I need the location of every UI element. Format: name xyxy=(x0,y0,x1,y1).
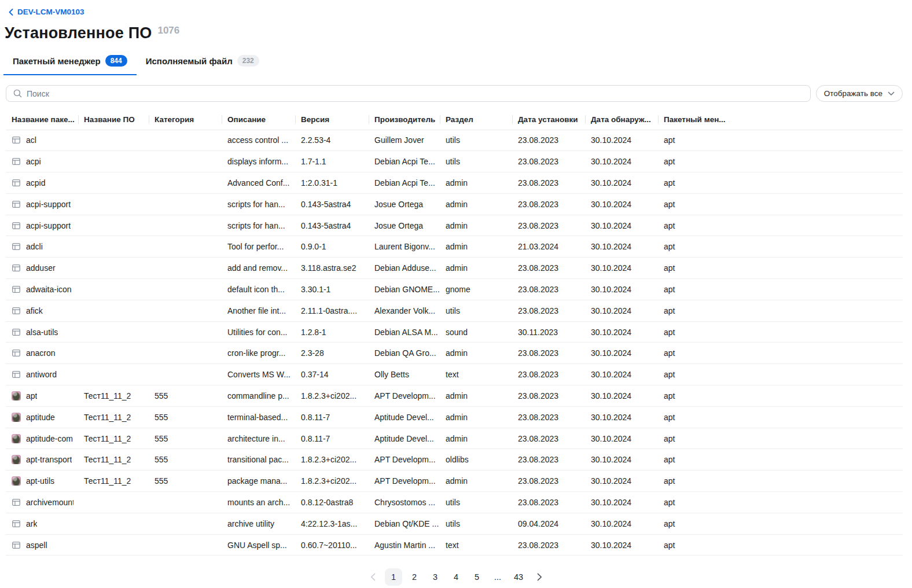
cell-category xyxy=(149,215,222,236)
window-icon xyxy=(12,263,21,273)
cell-installed: 23.08.2023 xyxy=(512,449,585,471)
package-name: archivemount xyxy=(26,498,73,507)
cell-description: package mana... xyxy=(222,471,295,492)
cell-vendor: Debian ALSA M... xyxy=(369,321,440,343)
table-row[interactable]: acpidisplays inform...1.7-1.1Debian Acpi… xyxy=(6,151,903,172)
table-row[interactable]: apt-utilsТест11_11_2555package mana...1.… xyxy=(6,471,903,492)
pagination-page-3[interactable]: 3 xyxy=(426,568,444,586)
cell-manager: apt xyxy=(658,279,903,300)
cell-version: 2.2.53-4 xyxy=(295,130,369,151)
table-row[interactable]: apt-transportТест11_11_2555transitional … xyxy=(6,449,903,471)
breadcrumb-label[interactable]: DEV-LCM-VM0103 xyxy=(17,8,84,16)
cell-vendor: Debian Adduse... xyxy=(369,258,440,279)
package-name: ark xyxy=(26,519,37,528)
table-row[interactable]: alsa-utilsUtilities for con...1.2.8-1Deb… xyxy=(6,321,903,343)
search-input[interactable] xyxy=(27,89,803,98)
table-row[interactable]: adcliTool for perfor...0.9.0-1Laurent Bi… xyxy=(6,236,903,258)
cell-category: 555 xyxy=(149,428,222,449)
table-row[interactable]: adduseradd and remov...3.118.astra.se2De… xyxy=(6,258,903,279)
search-box[interactable] xyxy=(6,85,811,102)
column-header[interactable]: Дата установки xyxy=(512,110,585,130)
cell-discovered: 30.10.2024 xyxy=(585,236,658,258)
cell-section: utils xyxy=(440,492,512,513)
cell-manager: apt xyxy=(658,513,903,534)
table-row[interactable]: aptТест11_11_2555commandline p...1.8.2.3… xyxy=(6,385,903,407)
table-row[interactable]: aspellGNU Aspell sp...0.60.7~20110...Agu… xyxy=(6,534,903,556)
pagination-prev-button[interactable] xyxy=(364,568,381,586)
package-name: apt-utils xyxy=(26,476,54,486)
column-header[interactable]: Раздел xyxy=(440,110,512,130)
cell-version: 2.11.1-0astra.... xyxy=(295,300,369,321)
cell-section: text xyxy=(440,364,512,385)
table-row[interactable]: adwaita-icondefault icon th...3.30.1-1De… xyxy=(6,279,903,300)
cell-software xyxy=(78,492,149,513)
cell-discovered: 30.10.2024 xyxy=(585,151,658,172)
cell-manager: apt xyxy=(658,534,903,556)
package-name: afick xyxy=(26,306,43,315)
cell-section: admin xyxy=(440,172,512,194)
cell-software xyxy=(78,236,149,258)
table-row[interactable]: aptitude-comТест11_11_2555architecture i… xyxy=(6,428,903,449)
search-icon xyxy=(13,89,22,98)
column-header[interactable]: Пакетный мен... xyxy=(658,110,903,130)
cell-description: Another file int... xyxy=(222,300,295,321)
table-row[interactable]: acpi-supportscripts for han...0.143-5ast… xyxy=(6,215,903,236)
installed-software-table: Название паке...Название ПОКатегорияОпис… xyxy=(6,110,903,556)
table-row[interactable]: acpi-supportscripts for han...0.143-5ast… xyxy=(6,193,903,215)
cell-vendor: Josue Ortega xyxy=(369,193,440,215)
cell-category xyxy=(149,343,222,364)
table-row[interactable]: acpidAdvanced Conf...1:2.0.31-1Debian Ac… xyxy=(6,172,903,194)
package-name: acpi-support xyxy=(26,221,71,230)
cell-software xyxy=(78,513,149,534)
tab-package-manager[interactable]: Пакетный менеджер844 xyxy=(3,52,137,75)
cell-software: Тест11_11_2 xyxy=(78,471,149,492)
cell-installed: 23.08.2023 xyxy=(512,534,585,556)
column-header[interactable]: Название ПО xyxy=(78,110,149,130)
column-header[interactable]: Версия xyxy=(295,110,369,130)
window-icon xyxy=(12,498,21,507)
cell-software xyxy=(78,321,149,343)
table-row[interactable]: afickAnother file int...2.11.1-0astra...… xyxy=(6,300,903,321)
column-header[interactable]: Описание xyxy=(222,110,295,130)
table-row[interactable]: anacroncron-like progr...2.3-28Debian QA… xyxy=(6,343,903,364)
tab-count-badge: 232 xyxy=(237,55,259,67)
package-image-icon xyxy=(12,455,21,464)
cell-description: Tool for perfor... xyxy=(222,236,295,258)
table-row[interactable]: aclaccess control ...2.2.53-4Guillem Jov… xyxy=(6,130,903,151)
pagination-page-4[interactable]: 4 xyxy=(447,568,465,586)
column-header[interactable]: Название паке... xyxy=(6,110,78,130)
table-row[interactable]: antiwordConverts MS W...0.37-14Olly Bett… xyxy=(6,364,903,385)
pagination-next-button[interactable] xyxy=(531,568,548,586)
cell-manager: apt xyxy=(658,492,903,513)
cell-vendor: Laurent Bigonv... xyxy=(369,236,440,258)
cell-manager: apt xyxy=(658,406,903,428)
table-row[interactable]: arkarchive utility4:22.12.3-1as...Debian… xyxy=(6,513,903,534)
column-header[interactable]: Производитель xyxy=(369,110,440,130)
tab-executable-file[interactable]: Исполняемый файл232 xyxy=(137,52,269,75)
breadcrumb[interactable]: DEV-LCM-VM0103 xyxy=(0,0,84,16)
package-name: aptitude xyxy=(26,413,55,422)
cell-installed: 23.08.2023 xyxy=(512,193,585,215)
window-icon xyxy=(12,157,21,166)
pagination-page-5[interactable]: 5 xyxy=(468,568,486,586)
cell-description: transitional pac... xyxy=(222,449,295,471)
table-row[interactable]: aptitudeТест11_11_2555terminal-based...0… xyxy=(6,406,903,428)
column-header[interactable]: Дата обнаруж... xyxy=(585,110,658,130)
cell-vendor: Chrysostomos ... xyxy=(369,492,440,513)
column-header[interactable]: Категория xyxy=(149,110,222,130)
cell-version: 3.118.astra.se2 xyxy=(295,258,369,279)
chevron-right-icon xyxy=(537,573,542,581)
pagination-page-2[interactable]: 2 xyxy=(406,568,423,586)
pagination-page-43[interactable]: 43 xyxy=(510,568,527,586)
cell-installed: 23.08.2023 xyxy=(512,172,585,194)
pagination-page-1[interactable]: 1 xyxy=(385,568,402,586)
cell-version: 4:22.12.3-1as... xyxy=(295,513,369,534)
table-row[interactable]: archivemountmounts an arch...0.8.12-0ast… xyxy=(6,492,903,513)
cell-category: 555 xyxy=(149,406,222,428)
tab-label: Исполняемый файл xyxy=(146,56,233,66)
display-filter-dropdown[interactable]: Отображать все xyxy=(816,85,903,102)
package-image-icon xyxy=(12,434,21,443)
cell-installed: 23.08.2023 xyxy=(512,300,585,321)
cell-vendor: Guillem Jover xyxy=(369,130,440,151)
cell-description: scripts for han... xyxy=(222,215,295,236)
